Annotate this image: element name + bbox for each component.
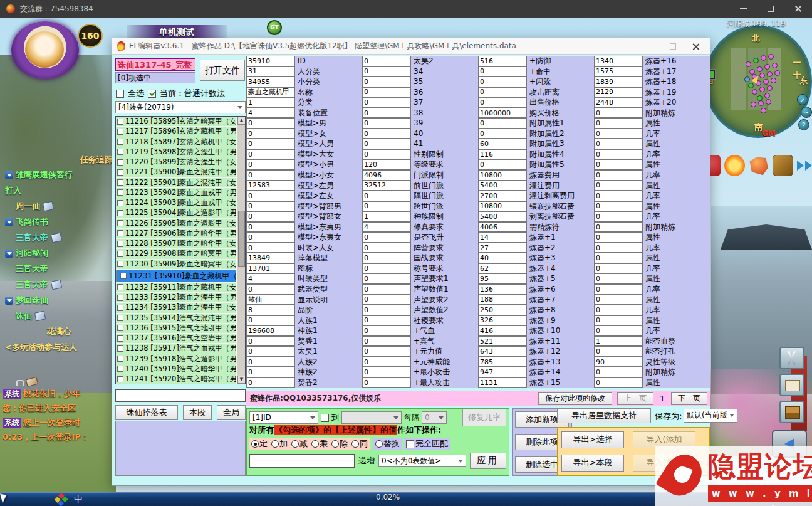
minimap-zoom-in-button[interactable]: 十 (792, 70, 802, 80)
list-item[interactable]: 11232 [35911]豪血之藏机甲（女 (116, 283, 236, 292)
field-value-input[interactable] (594, 191, 643, 201)
list-item[interactable]: 11225 [35904]豪血之遁影甲（男 (116, 208, 236, 218)
list-item[interactable]: 11227 [35906]豪血之暗华甲（男 (116, 229, 236, 238)
quest-scroll-icon[interactable] (51, 279, 63, 290)
apply-button[interactable]: 应用 (470, 453, 506, 469)
import-add-button[interactable]: 导入(添加 (633, 431, 695, 448)
field-value-input[interactable] (478, 336, 527, 347)
field-value-input[interactable] (478, 243, 527, 253)
field-value-input[interactable] (246, 336, 295, 347)
field-value-input[interactable] (478, 367, 527, 377)
field-value-input[interactable] (594, 357, 643, 367)
field-value-input[interactable] (362, 56, 411, 66)
field-value-input[interactable] (478, 295, 527, 305)
field-value-input[interactable] (594, 56, 643, 66)
quest-entry[interactable]: 三官大帝 (5, 263, 113, 275)
search-book-icon[interactable] (773, 155, 793, 176)
list-item[interactable]: 11221 [35900]豪血之混沌甲（男 (116, 167, 236, 177)
field-value-input[interactable] (362, 305, 411, 315)
chat-eraser-icon[interactable] (26, 377, 38, 387)
export-select-button[interactable]: 导出>选择 (561, 431, 624, 448)
field-value-input[interactable] (478, 170, 527, 181)
field-value-input[interactable] (478, 191, 527, 201)
gt-badge[interactable]: GT (267, 20, 282, 35)
editor-titlebar[interactable]: EL编辑器v3.6.1 - 蜜蜂作品 D:\【地宫诛仙V3.5超燃优化版12职】… (112, 38, 710, 55)
item-checkbox[interactable] (117, 315, 123, 321)
field-value-input[interactable] (362, 191, 411, 201)
field-value-input[interactable] (246, 325, 295, 336)
list-item[interactable]: 11241 [35920]浩气之暗冥甲（男 (116, 374, 236, 384)
field-value-input[interactable] (478, 325, 527, 336)
minimap-track-icon[interactable]: ↙ (797, 94, 808, 105)
editor-close-icon[interactable] (692, 43, 700, 50)
prev-page-button[interactable]: 上一页 (617, 392, 653, 405)
field-value-input[interactable] (362, 315, 411, 326)
field-value-input[interactable] (246, 284, 295, 295)
list-item[interactable]: 11228 [35907]豪血之暗华甲（女 (116, 239, 236, 248)
mode-option-定[interactable]: 定 (249, 438, 269, 450)
field-select[interactable]: [1]ID (249, 411, 318, 424)
field-value-input[interactable] (478, 263, 527, 274)
field-value-input[interactable] (362, 263, 411, 274)
field-value-input[interactable] (594, 201, 643, 212)
maximize-button[interactable] (757, 0, 784, 18)
list-item[interactable]: 11233 [35912]豪血之湮生甲（男 (116, 293, 236, 302)
mode-option-同[interactable]: 同 (350, 438, 370, 450)
field-value-input[interactable] (594, 232, 643, 243)
collapse-arrow-icon[interactable] (5, 297, 13, 305)
field-value-input[interactable] (594, 76, 643, 87)
item-checkbox[interactable] (117, 241, 123, 247)
editor-maximize-icon[interactable] (670, 43, 676, 50)
field-value-input[interactable] (246, 159, 295, 170)
save-as-select[interactable]: 默认(当前版 (684, 409, 737, 423)
field-value-input[interactable] (478, 139, 527, 149)
field-value-input[interactable] (594, 129, 643, 139)
field-value-input[interactable] (594, 263, 643, 274)
search-input[interactable] (115, 389, 246, 402)
field-value-input[interactable] (594, 315, 643, 326)
collapse-arrow-icon[interactable] (5, 171, 13, 179)
field-value-input[interactable] (362, 295, 411, 305)
field-value-input[interactable] (594, 87, 643, 98)
field-value-input[interactable] (246, 56, 295, 66)
field-value-input[interactable] (362, 253, 411, 263)
field-value-input[interactable] (594, 139, 643, 149)
quest-entry[interactable]: 打入 (5, 185, 113, 196)
field-value-input[interactable] (362, 284, 411, 295)
fix-chance-button[interactable]: 修复几率 (462, 409, 506, 426)
field-value-input[interactable] (478, 129, 527, 139)
field-value-input[interactable] (478, 118, 527, 129)
close-button[interactable] (784, 0, 812, 18)
pet-icon[interactable] (749, 155, 769, 176)
field-value-input[interactable] (478, 201, 527, 212)
item-list[interactable]: ▲ ▼ 11216 [35895]玄清之暗冥甲（女11217 [35896]玄清… (115, 116, 246, 384)
list-item[interactable]: 11222 [35901]豪血之混沌甲（女 (116, 178, 236, 187)
scroll-slot-icon[interactable] (779, 374, 804, 396)
field-value-input[interactable] (594, 284, 643, 295)
item-checkbox[interactable] (117, 345, 123, 352)
item-checkbox[interactable] (117, 129, 123, 135)
field-value-input[interactable] (362, 273, 411, 284)
item-checkbox[interactable] (117, 179, 123, 186)
field-value-input[interactable] (362, 325, 411, 336)
item-checkbox[interactable] (117, 305, 123, 311)
to-checkbox[interactable] (321, 414, 329, 422)
field-value-input[interactable] (246, 315, 295, 326)
field-value-input[interactable] (362, 159, 411, 170)
gm-badge[interactable]: GM (762, 129, 776, 138)
field-value-input[interactable] (246, 211, 295, 222)
field-value-input[interactable] (362, 346, 411, 357)
field-value-input[interactable] (478, 87, 527, 98)
chat-lock-icon[interactable] (16, 380, 24, 386)
expand-chevrons-icon[interactable] (797, 161, 804, 171)
field-value-input[interactable] (594, 66, 643, 77)
list-item[interactable]: 11238 [35917]浩气之血戎甲（男 (116, 344, 236, 353)
drop-table-button[interactable]: 诛仙掉落表 (115, 405, 178, 420)
field-value-input[interactable] (594, 325, 643, 336)
list-item[interactable]: 11239 [35918]浩气之遁影甲（男 (116, 354, 236, 364)
field-value-input[interactable] (246, 232, 295, 243)
field-value-input[interactable] (362, 66, 411, 77)
list-item[interactable]: 11226 [35905]豪血之遁影甲（女 (116, 219, 236, 228)
field-value-input[interactable] (594, 149, 643, 160)
field-value-input[interactable] (594, 222, 643, 233)
